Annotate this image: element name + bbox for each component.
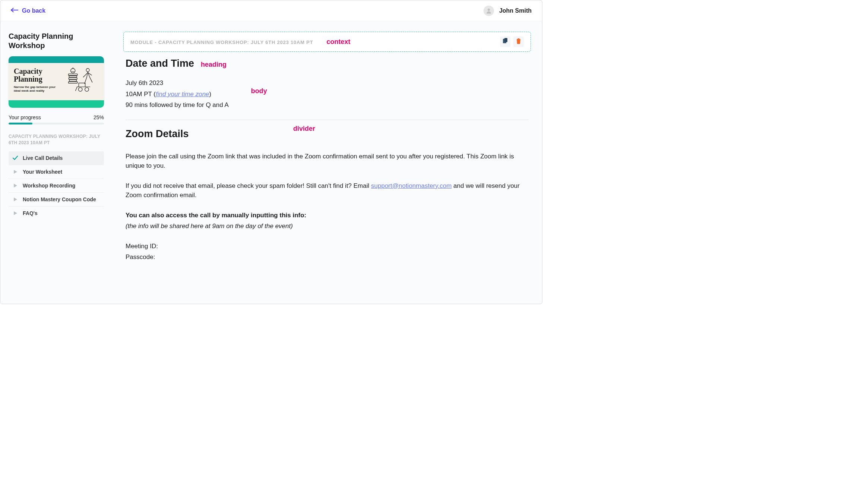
section-heading-date: Date and Time — [126, 58, 194, 69]
play-icon — [12, 210, 18, 216]
progress-label: Your progress — [9, 114, 41, 120]
annotation-divider: divider — [293, 125, 315, 133]
progress-value: 25% — [94, 114, 104, 120]
passcode-label: Passcode: — [126, 252, 529, 262]
sidebar-item-label: Live Call Details — [23, 155, 63, 161]
trash-icon — [516, 38, 521, 45]
svg-rect-4 — [69, 78, 77, 79]
svg-rect-11 — [504, 38, 507, 42]
support-email-link[interactable]: support@notionmastery.com — [371, 182, 452, 189]
topbar: Go back John Smith — [0, 0, 542, 21]
context-bar: MODULE - CAPACITY PLANNING WORKSHOP: JUL… — [123, 32, 531, 52]
context-label: MODULE - CAPACITY PLANNING WORKSHOP: JUL… — [130, 40, 313, 45]
timezone-link[interactable]: find your time zone — [156, 91, 209, 98]
svg-point-9 — [85, 88, 89, 91]
date-line: July 6th 2023 — [126, 78, 229, 88]
meeting-id-label: Meeting ID: — [126, 242, 529, 251]
annotation-body: body — [251, 87, 267, 95]
sidebar-item-2[interactable]: Workshop Recording — [9, 179, 104, 192]
cover-subheading: Narrow the gap between your ideal week a… — [14, 85, 61, 93]
zoom-manual-heading: You can also access the call by manually… — [126, 211, 529, 220]
sidebar-item-4[interactable]: FAQ's — [9, 206, 104, 220]
cover-heading: Capacity Planning — [14, 67, 61, 83]
user-block[interactable]: John Smith — [484, 6, 532, 16]
svg-rect-5 — [69, 80, 76, 81]
time-line: 10AM PT (find your time zone) — [126, 89, 229, 99]
sidebar-item-label: Workshop Recording — [23, 183, 75, 189]
sidebar-item-1[interactable]: Your Worksheet — [9, 165, 104, 179]
clipboard-paste-icon — [503, 38, 508, 45]
zoom-p2: If you did not receive that email, pleas… — [126, 181, 529, 200]
avatar — [484, 6, 494, 16]
sidebar-item-0[interactable]: Live Call Details — [9, 151, 104, 165]
play-icon — [12, 169, 18, 175]
nav-list: Live Call DetailsYour WorksheetWorkshop … — [9, 151, 104, 220]
progress-bar — [9, 123, 104, 124]
section-heading-zoom: Zoom Details — [126, 128, 529, 140]
play-icon — [12, 196, 18, 202]
svg-point-8 — [78, 88, 82, 91]
zoom-manual-note: (the info will be shared here at 9am on … — [126, 221, 529, 231]
course-title: Capacity Planning Workshop — [9, 32, 104, 50]
user-name: John Smith — [499, 7, 532, 14]
course-cover: Capacity Planning Narrow the gap between… — [9, 56, 104, 108]
play-icon — [12, 183, 18, 189]
sidebar-module-label: CAPACITY PLANNING WORKSHOP: JULY 6TH 202… — [9, 133, 104, 146]
svg-point-0 — [488, 9, 490, 11]
sidebar-item-label: Notion Mastery Coupon Code — [23, 196, 96, 202]
duration-line: 90 mins followed by time for Q and A — [126, 100, 229, 110]
arrow-left-icon — [11, 7, 18, 14]
delete-button[interactable] — [513, 37, 524, 47]
go-back-button[interactable]: Go back — [11, 7, 45, 14]
progress-row: Your progress 25% — [9, 114, 104, 120]
sidebar: Capacity Planning Workshop Capacity Plan… — [0, 21, 112, 304]
cover-illustration-icon — [65, 67, 99, 97]
svg-point-1 — [71, 69, 75, 73]
svg-rect-3 — [69, 76, 77, 78]
section-divider — [126, 120, 529, 120]
main-content: MODULE - CAPACITY PLANNING WORKSHOP: JUL… — [112, 21, 542, 304]
copy-button[interactable] — [500, 37, 510, 47]
svg-rect-6 — [69, 82, 77, 83]
svg-rect-2 — [69, 74, 77, 75]
sidebar-item-label: FAQ's — [23, 210, 38, 216]
svg-point-7 — [86, 69, 89, 72]
annotation-context: context — [326, 38, 350, 46]
go-back-label: Go back — [22, 7, 45, 14]
zoom-p1: Please join the call using the Zoom link… — [126, 152, 529, 171]
sidebar-item-3[interactable]: Notion Mastery Coupon Code — [9, 192, 104, 206]
check-icon — [12, 155, 18, 161]
sidebar-item-label: Your Worksheet — [23, 169, 62, 175]
annotation-heading: heading — [201, 61, 226, 69]
